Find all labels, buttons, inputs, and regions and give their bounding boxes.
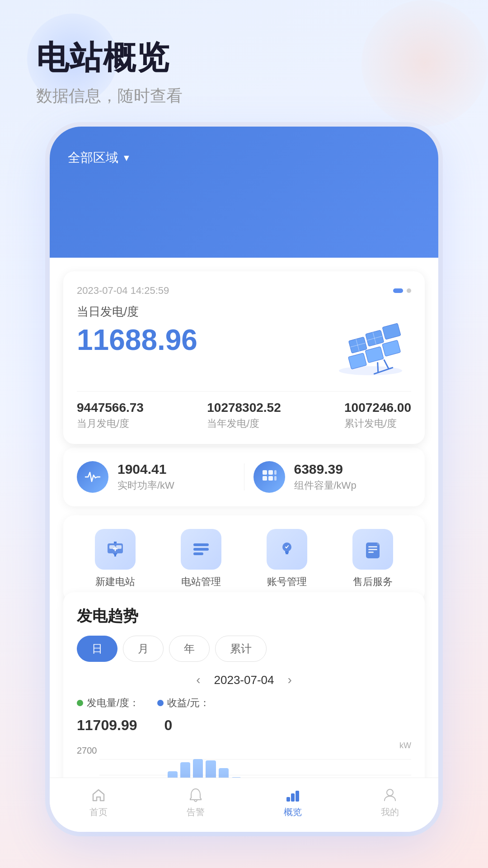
page-title: 电站概览 — [36, 36, 183, 80]
phone-mockup: 全部区域 ▼ 2023-07-04 14:25:59 当日发电/度 11688.… — [50, 127, 438, 832]
profile-icon — [382, 787, 398, 803]
yearly-value: 10278302.52 — [207, 401, 281, 415]
daily-value: 11688.96 — [77, 323, 197, 357]
svg-rect-26 — [193, 552, 203, 555]
svg-rect-5 — [365, 346, 384, 363]
menu-item-new-station[interactable]: 新建电站 — [95, 529, 136, 589]
monthly-label: 当月发电/度 — [77, 417, 144, 430]
svg-rect-35 — [286, 797, 290, 802]
generation-value: 11709.99 — [77, 717, 137, 734]
chart-date-nav: ‹ 2023-07-04 › — [77, 673, 411, 687]
revenue-value: 0 — [164, 717, 172, 734]
yearly-stat: 10278302.52 当年发电/度 — [207, 401, 281, 430]
realtime-label: 实时功率/kW — [117, 479, 174, 492]
chart-bar-8 — [206, 760, 216, 778]
chart-bar-6 — [180, 762, 190, 778]
svg-rect-29 — [286, 553, 288, 554]
daily-label: 当日发电/度 — [77, 304, 411, 320]
card-timestamp-row: 2023-07-04 14:25:59 — [77, 285, 411, 297]
total-value: 1007246.00 — [344, 401, 411, 415]
chart-title: 发电趋势 — [77, 606, 411, 627]
svg-rect-28 — [285, 551, 289, 553]
nav-item-alert[interactable]: 告警 — [147, 787, 244, 818]
capacity-icon — [253, 461, 285, 493]
timestamp-text: 2023-07-04 14:25:59 — [77, 285, 169, 297]
chart-section: 发电趋势 日 月 年 累计 ‹ 2023-07-04 › — [50, 583, 438, 778]
total-label: 累计发电/度 — [344, 417, 411, 430]
svg-rect-25 — [193, 548, 209, 551]
account-mgmt-icon-box — [267, 529, 307, 570]
new-station-icon-box — [95, 529, 136, 570]
realtime-value: 1904.41 — [117, 462, 174, 477]
region-label: 全部区域 — [68, 149, 118, 166]
legend-generation-label: 发电量/度： — [87, 696, 139, 710]
daily-value-row: 11688.96 — [77, 323, 411, 377]
legend-dot-blue — [157, 700, 164, 706]
nav-profile-label: 我的 — [381, 806, 399, 818]
menu-item-account-mgmt[interactable]: 账号管理 — [267, 529, 307, 589]
realtime-power-info: 1904.41 实时功率/kW — [117, 462, 174, 492]
realtime-power-item: 1904.41 实时功率/kW — [77, 461, 235, 493]
chart-date: 2023-07-04 — [214, 673, 274, 687]
chart-tabs: 日 月 年 累计 — [77, 636, 411, 662]
bg-decoration-right — [361, 0, 488, 127]
power-section: 1904.41 实时功率/kW — [50, 439, 438, 515]
svg-rect-3 — [382, 323, 401, 340]
svg-rect-14 — [263, 470, 267, 475]
page-subtitle: 数据信息，随时查看 — [36, 85, 183, 107]
stats-row: 9447566.73 当月发电/度 10278302.52 当年发电/度 100… — [77, 391, 411, 430]
main-data-card: 2023-07-04 14:25:59 当日发电/度 11688.96 — [63, 271, 425, 444]
svg-rect-34 — [377, 542, 380, 545]
region-selector[interactable]: 全部区域 ▼ — [68, 149, 420, 166]
menu-item-after-sales[interactable]: 售后服务 — [352, 529, 393, 589]
date-next-arrow[interactable]: › — [288, 673, 292, 687]
svg-rect-18 — [274, 470, 277, 475]
after-sales-icon-box — [352, 529, 393, 570]
menu-item-station-mgmt[interactable]: 电站管理 — [181, 529, 221, 589]
chart-tab-total[interactable]: 累计 — [215, 636, 267, 662]
power-divider — [244, 463, 244, 491]
power-card: 1904.41 实时功率/kW — [63, 448, 425, 506]
nav-item-profile[interactable]: 我的 — [341, 787, 438, 818]
capacity-grid-icon — [261, 469, 277, 485]
sections-wrapper: 2023-07-04 14:25:59 当日发电/度 11688.96 — [50, 199, 438, 778]
chart-bar-5 — [168, 771, 178, 778]
chart-values: 11709.99 0 — [77, 717, 411, 734]
capacity-info: 6389.39 组件容量/kWp — [294, 462, 357, 492]
chart-bar-7 — [193, 759, 203, 778]
active-dot — [393, 288, 403, 293]
nav-home-label: 首页 — [89, 806, 108, 818]
svg-rect-24 — [193, 543, 209, 546]
chart-tab-month[interactable]: 月 — [123, 636, 164, 662]
nav-alert-label: 告警 — [187, 806, 205, 818]
legend-dot-green — [77, 700, 83, 706]
svg-rect-31 — [368, 546, 377, 547]
svg-rect-15 — [268, 470, 273, 475]
yearly-label: 当年发电/度 — [207, 417, 281, 430]
nav-item-overview[interactable]: 概览 — [244, 787, 341, 818]
bottom-nav: 首页 告警 概览 我的 — [50, 778, 438, 832]
alert-icon — [188, 787, 204, 803]
svg-rect-36 — [291, 793, 295, 802]
svg-rect-19 — [274, 476, 277, 481]
new-station-icon — [104, 538, 127, 561]
chart-tab-day[interactable]: 日 — [77, 636, 117, 662]
overview-icon — [285, 787, 301, 803]
chart-bars — [99, 759, 411, 778]
date-prev-arrow[interactable]: ‹ — [196, 673, 200, 687]
power-icon — [77, 461, 108, 493]
svg-rect-6 — [382, 340, 401, 356]
chart-tab-year[interactable]: 年 — [169, 636, 210, 662]
svg-rect-23 — [114, 553, 116, 557]
nav-item-home[interactable]: 首页 — [50, 787, 147, 818]
legend-revenue: 收益/元： — [157, 696, 210, 710]
svg-rect-33 — [368, 552, 374, 553]
after-sales-icon — [361, 538, 384, 561]
inactive-dot — [407, 288, 411, 293]
page-header: 电站概览 数据信息，随时查看 — [36, 36, 183, 107]
card-indicator-dots — [393, 288, 411, 293]
capacity-item: 6389.39 组件容量/kWp — [253, 461, 412, 493]
solar-panel-illustration — [330, 323, 411, 377]
svg-rect-17 — [268, 476, 273, 481]
pulse-icon — [84, 469, 101, 485]
